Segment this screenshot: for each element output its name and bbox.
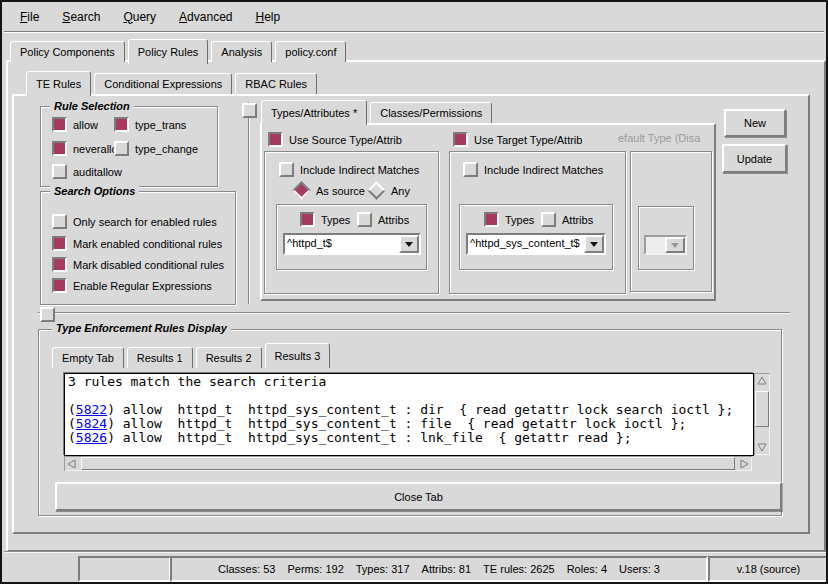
scroll-right-button[interactable] xyxy=(736,456,752,471)
checkbox-allow[interactable]: allow xyxy=(52,117,98,132)
checkbox-use-source-type[interactable]: Use Source Type/Attrib xyxy=(268,132,402,147)
new-button[interactable]: New xyxy=(724,109,786,137)
checkbox-target-attribs[interactable]: Attribs xyxy=(541,212,593,227)
radio-label: As source xyxy=(316,185,365,197)
default-type-combo-arrow xyxy=(665,237,685,253)
arrow-left-icon xyxy=(67,459,77,469)
arrow-down-icon xyxy=(757,442,767,452)
tab-results-2[interactable]: Results 2 xyxy=(196,347,262,368)
chevron-down-icon xyxy=(590,242,598,251)
tab-results-3[interactable]: Results 3 xyxy=(265,343,331,368)
horizontal-sash-handle[interactable] xyxy=(40,307,55,322)
checkbox-indicator xyxy=(52,117,67,132)
rule-number-link[interactable]: 5826 xyxy=(76,430,107,445)
checkbox-label: type_trans xyxy=(135,119,186,131)
tab-types-attributes[interactable]: Types/Attributes * xyxy=(261,100,367,125)
checkbox-source-include-indirect[interactable]: Include Indirect Matches xyxy=(279,162,419,177)
radio-any[interactable]: Any xyxy=(368,183,410,198)
checkbox-indicator xyxy=(463,162,478,177)
checkbox-source-types[interactable]: Types xyxy=(300,212,350,227)
status-stat: Roles: 4 xyxy=(567,563,607,575)
tab-policy-conf[interactable]: policy.conf xyxy=(275,41,346,62)
menu-help[interactable]: Help xyxy=(251,8,284,26)
scroll-left-button[interactable] xyxy=(64,456,80,471)
source-type-combo[interactable]: ^httpd_t$ xyxy=(283,233,421,255)
tab-policy-components[interactable]: Policy Components xyxy=(10,41,125,62)
tab-te-rules[interactable]: TE Rules xyxy=(26,71,91,96)
default-type-combo-value xyxy=(646,237,665,253)
rule-number-link[interactable]: 5824 xyxy=(76,416,107,431)
menu-search[interactable]: Search xyxy=(58,8,104,26)
main-tab-bar: Policy Components Policy Rules Analysis … xyxy=(10,37,349,62)
results-rules: (5822) allow httpd_t httpd_sys_content_t… xyxy=(65,403,753,445)
tab-rbac-rules[interactable]: RBAC Rules xyxy=(235,73,317,94)
checkbox-only-enabled-rules[interactable]: Only search for enabled rules xyxy=(52,214,217,229)
checkbox-use-target-type[interactable]: Use Target Type/Attrib xyxy=(453,132,582,147)
results-vertical-scrollbar[interactable] xyxy=(754,373,770,455)
target-type-combo-arrow[interactable] xyxy=(584,235,604,253)
scroll-down-button[interactable] xyxy=(754,439,770,455)
rule-number-link[interactable]: 5822 xyxy=(76,402,107,417)
checkbox-indicator xyxy=(114,117,129,132)
checkbox-indicator xyxy=(541,212,556,227)
horizontal-scrollbar-thumb[interactable] xyxy=(81,457,735,470)
checkbox-type-change[interactable]: type_change xyxy=(114,141,198,156)
tab-label: TE Rules xyxy=(36,78,81,90)
checkbox-label: type_change xyxy=(135,143,198,155)
tab-label: RBAC Rules xyxy=(245,78,307,90)
status-stat: Users: 3 xyxy=(619,563,660,575)
checkbox-indicator xyxy=(279,162,294,177)
horizontal-sash[interactable] xyxy=(38,312,790,314)
status-version: v.18 (source) xyxy=(737,563,800,575)
checkbox-indicator xyxy=(268,132,283,147)
radio-as-source[interactable]: As source xyxy=(293,183,365,198)
status-stat: Classes: 53 xyxy=(218,563,275,575)
checkbox-mark-disabled-conditional[interactable]: Mark disabled conditional rules xyxy=(52,257,224,272)
chevron-down-icon xyxy=(671,243,679,252)
checkbox-type-trans[interactable]: type_trans xyxy=(114,117,186,132)
checkbox-label: auditallow xyxy=(73,166,122,178)
statusbar-divider xyxy=(4,551,826,553)
checkbox-label: Mark enabled conditional rules xyxy=(73,238,222,250)
source-type-combo-arrow[interactable] xyxy=(399,235,419,253)
tab-results-1[interactable]: Results 1 xyxy=(127,347,193,368)
checkbox-enable-regex[interactable]: Enable Regular Expressions xyxy=(52,278,212,293)
checkbox-target-include-indirect[interactable]: Include Indirect Matches xyxy=(463,162,603,177)
radio-indicator xyxy=(292,181,310,199)
source-type-combo-value[interactable]: ^httpd_t$ xyxy=(285,235,399,253)
checkbox-label: Include Indirect Matches xyxy=(484,164,603,176)
tab-empty-tab[interactable]: Empty Tab xyxy=(52,347,124,368)
update-button[interactable]: Update xyxy=(722,144,787,173)
tab-policy-rules[interactable]: Policy Rules xyxy=(128,39,209,64)
close-tab-button[interactable]: Close Tab xyxy=(55,482,782,511)
tab-label: policy.conf xyxy=(285,46,336,58)
search-options-title: Search Options xyxy=(50,185,139,197)
menu-file[interactable]: File xyxy=(16,8,43,26)
tab-conditional-expressions[interactable]: Conditional Expressions xyxy=(94,73,232,94)
checkbox-mark-enabled-conditional[interactable]: Mark enabled conditional rules xyxy=(52,236,222,251)
app-window: File Search Query Advanced Help Policy C… xyxy=(0,0,828,584)
tab-label: Conditional Expressions xyxy=(104,78,222,90)
close-tab-label: Close Tab xyxy=(394,491,443,503)
target-type-combo[interactable]: ^httpd_sys_content_t$ xyxy=(466,233,606,255)
tab-label: Results 1 xyxy=(137,352,183,364)
checkbox-source-attribs[interactable]: Attribs xyxy=(357,212,409,227)
results-text-area[interactable]: 3 rules match the search criteria (5822)… xyxy=(64,373,754,456)
vertical-scrollbar-thumb[interactable] xyxy=(755,391,769,427)
checkbox-target-types[interactable]: Types xyxy=(484,212,534,227)
tab-analysis[interactable]: Analysis xyxy=(211,41,272,62)
checkbox-auditallow[interactable]: auditallow xyxy=(52,164,122,179)
menu-query[interactable]: Query xyxy=(119,8,160,26)
checkbox-indicator xyxy=(300,212,315,227)
tab-classes-permissions[interactable]: Classes/Permissions xyxy=(370,102,492,123)
results-horizontal-scrollbar[interactable] xyxy=(64,456,752,471)
results-display-title: Type Enforcement Rules Display xyxy=(52,322,231,334)
menu-advanced[interactable]: Advanced xyxy=(175,8,236,26)
default-type-combo xyxy=(644,235,687,255)
blank-line xyxy=(65,389,753,403)
target-type-combo-value[interactable]: ^httpd_sys_content_t$ xyxy=(468,235,584,253)
vertical-sash[interactable] xyxy=(248,102,250,304)
vertical-sash-handle[interactable] xyxy=(242,103,257,118)
status-stat: Attribs: 81 xyxy=(422,563,472,575)
scroll-up-button[interactable] xyxy=(754,373,770,389)
